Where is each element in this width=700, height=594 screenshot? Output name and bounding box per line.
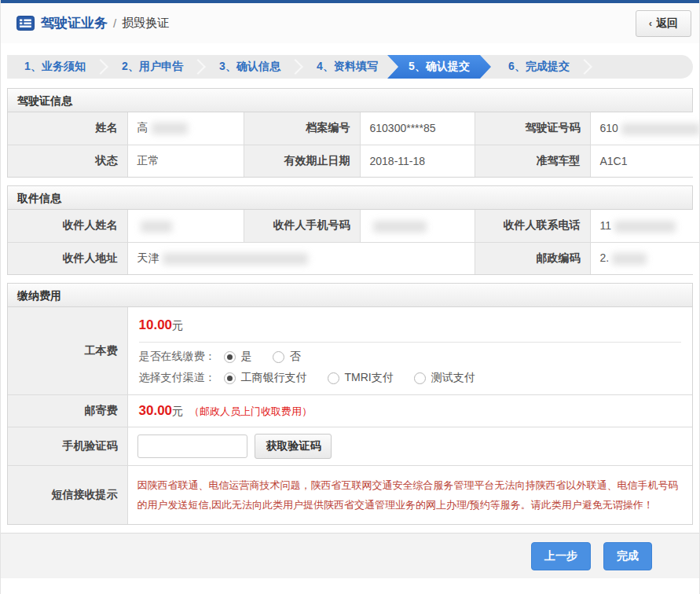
recipient-phone-label: 收件人联系电话 — [475, 210, 590, 242]
breadcrumb-current: 损毁换证 — [122, 16, 169, 31]
channel-icbc-radio[interactable]: 工商银行支付 — [224, 371, 307, 385]
radio-checked-icon — [224, 351, 236, 363]
radio-unchecked-icon — [414, 372, 426, 384]
step-1-business-notice[interactable]: 1、业务须知 — [7, 55, 103, 79]
back-button-label: 返回 — [656, 16, 678, 31]
production-fee-amount-line: 10.00元 — [139, 307, 682, 342]
file-number-label: 档案编号 — [244, 112, 360, 145]
expiry-date-label: 有效期止日期 — [244, 145, 360, 177]
file-number-value: 610300****85 — [360, 112, 475, 145]
sms-code-label: 手机验证码 — [8, 427, 127, 466]
vehicle-class-label: 准驾车型 — [475, 145, 590, 177]
step-5-confirm-submit-active[interactable]: 5、确认提交 — [387, 55, 491, 79]
redaction-blur — [373, 221, 427, 233]
page-header: 驾驶证业务 / 损毁换证 ‹ 返回 — [1, 3, 699, 43]
radio-unchecked-icon — [273, 351, 284, 363]
license-form-icon — [16, 16, 35, 31]
table-row: 工本费 10.00元 是否在线缴费： 是 否 — [8, 307, 692, 395]
recipient-phone-value: 11 — [590, 210, 700, 242]
breadcrumb-separator: / — [113, 16, 116, 30]
name-label: 姓名 — [8, 112, 127, 145]
redaction-blur — [141, 221, 172, 233]
production-fee-amount: 10.00 — [139, 317, 173, 332]
previous-step-button[interactable]: 上一步 — [531, 542, 591, 570]
table-row: 短信接收提示 因陕西省联通、电信运营商技术问题，陕西省互联网交通安全综合服务管理… — [8, 466, 692, 525]
step-6-finish-submit[interactable]: 6、完成提交 — [491, 55, 587, 79]
expiry-date-value: 2018-11-18 — [360, 145, 475, 177]
status-value: 正常 — [127, 145, 244, 177]
license-info-table: 姓名 高 档案编号 610300****85 驾驶证号码 610 状态 正常 有… — [8, 112, 700, 177]
channel-tmri-radio[interactable]: TMRI支付 — [328, 371, 394, 385]
redaction-blur — [163, 253, 308, 265]
step-4-fill-data[interactable]: 4、资料填写 — [299, 55, 395, 79]
channel-test-radio[interactable]: 测试支付 — [414, 371, 475, 385]
step-bar-tail — [588, 55, 693, 79]
postcode-value: 2. — [590, 242, 700, 274]
recipient-mobile-label: 收件人手机号码 — [244, 210, 360, 242]
redaction-blur — [612, 253, 647, 265]
license-number-label: 驾驶证号码 — [475, 112, 590, 145]
back-button[interactable]: ‹ 返回 — [636, 10, 691, 37]
radio-unchecked-icon — [328, 372, 339, 384]
table-row: 状态 正常 有效期止日期 2018-11-18 准驾车型 A1C1 — [8, 145, 700, 177]
get-sms-code-button[interactable]: 获取验证码 — [255, 434, 332, 459]
production-fee-unit: 元 — [172, 319, 183, 332]
step-wizard: 1、业务须知 2、用户申告 3、确认信息 4、资料填写 5、确认提交 6、完成提… — [1, 43, 699, 88]
finish-button[interactable]: 完成 — [603, 542, 652, 570]
online-payment-row: 是否在线缴费： 是 否 — [139, 343, 682, 364]
redaction-blur — [152, 123, 188, 134]
production-fee-cell: 10.00元 是否在线缴费： 是 否 — [127, 307, 692, 395]
radio-checked-icon — [224, 372, 236, 384]
page-title: 驾驶证业务 — [41, 14, 108, 32]
table-row: 姓名 高 档案编号 610300****85 驾驶证号码 610 — [8, 112, 700, 145]
table-row: 收件人姓名 收件人手机号码 收件人联系电话 11 — [8, 210, 700, 242]
status-label: 状态 — [8, 145, 127, 177]
postage-fee-label: 邮寄费 — [8, 395, 127, 427]
sms-notice-cell: 因陕西省联通、电信运营商技术问题，陕西省互联网交通安全综合服务管理平台无法向持陕… — [127, 466, 692, 525]
license-info-title: 驾驶证信息 — [8, 89, 692, 112]
recipient-address-value: 天津 — [127, 242, 475, 274]
license-info-section: 驾驶证信息 姓名 高 档案编号 610300****85 驾驶证号码 610 状… — [7, 88, 693, 178]
postage-fee-amount: 30.00 — [139, 403, 173, 418]
production-fee-label: 工本费 — [8, 307, 127, 395]
postage-fee-note: （邮政人员上门收取费用） — [189, 405, 312, 417]
recipient-address-label: 收件人地址 — [8, 242, 127, 274]
vehicle-class-value: A1C1 — [590, 145, 700, 177]
online-payment-label: 是否在线缴费： — [139, 350, 216, 364]
payment-channel-label: 选择支付渠道： — [139, 371, 216, 385]
payment-channel-row: 选择支付渠道： 工商银行支付 TMRI支付 测试支付 — [139, 364, 682, 394]
sms-notice-text: 因陕西省联通、电信运营商技术问题，陕西省互联网交通安全综合服务管理平台无法向持陕… — [137, 479, 679, 511]
table-row: 手机验证码 获取验证码 — [8, 427, 692, 466]
recipient-mobile-value — [360, 210, 475, 242]
sms-code-input[interactable] — [137, 434, 247, 458]
pickup-info-table: 收件人姓名 收件人手机号码 收件人联系电话 11 收件人地址 天津 邮政编码 2… — [8, 210, 700, 274]
postage-fee-unit: 元 — [172, 405, 183, 417]
postcode-label: 邮政编码 — [475, 242, 590, 274]
fees-section: 缴纳费用 工本费 10.00元 是否在线缴费： 是 — [7, 283, 693, 525]
online-no-radio[interactable]: 否 — [273, 350, 301, 364]
redaction-blur — [621, 123, 700, 135]
recipient-name-value — [127, 210, 244, 242]
pickup-info-section: 取件信息 收件人姓名 收件人手机号码 收件人联系电话 11 收件人地址 天津 — [7, 185, 693, 275]
online-yes-radio[interactable]: 是 — [224, 350, 252, 364]
postage-fee-cell: 30.00元 （邮政人员上门收取费用） — [127, 395, 692, 427]
step-2-user-declaration[interactable]: 2、用户申告 — [104, 55, 200, 79]
name-value: 高 — [127, 112, 244, 145]
back-chevron-icon: ‹ — [649, 17, 652, 29]
license-number-value: 610 — [590, 112, 700, 145]
table-row: 收件人地址 天津 邮政编码 2. — [8, 242, 700, 274]
footer-action-bar: 上一步 完成 — [1, 533, 699, 578]
sms-code-cell: 获取验证码 — [127, 427, 692, 466]
recipient-name-label: 收件人姓名 — [8, 210, 127, 242]
step-3-confirm-info[interactable]: 3、确认信息 — [202, 55, 298, 79]
table-row: 邮寄费 30.00元 （邮政人员上门收取费用） — [8, 395, 692, 427]
redaction-blur — [614, 221, 676, 233]
sms-notice-label: 短信接收提示 — [8, 466, 127, 525]
fees-title: 缴纳费用 — [8, 284, 692, 307]
pickup-info-title: 取件信息 — [8, 186, 692, 210]
fees-table: 工本费 10.00元 是否在线缴费： 是 否 — [8, 307, 692, 524]
